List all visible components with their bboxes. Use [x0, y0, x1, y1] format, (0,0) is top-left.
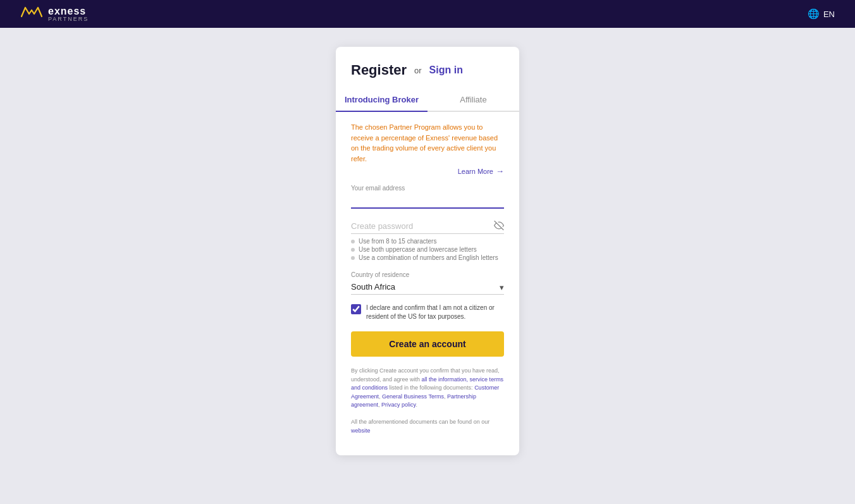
hint-label-1: Use from 8 to 15 characters — [359, 238, 436, 245]
create-account-button[interactable]: Create an account — [351, 331, 504, 357]
password-input-group: Use from 8 to 15 characters Use both upp… — [351, 219, 504, 261]
hint-1: Use from 8 to 15 characters — [351, 238, 504, 245]
password-input[interactable] — [351, 219, 504, 233]
hint-dot-3 — [351, 256, 355, 260]
password-hints: Use from 8 to 15 characters Use both upp… — [351, 238, 504, 261]
exness-logo-icon — [20, 5, 43, 23]
registration-tabs: Introducing Broker Affiliate — [336, 89, 519, 112]
country-select-wrapper: South Africa United Kingdom United State… — [351, 280, 504, 295]
register-card: Register or Sign in Introducing Broker A… — [336, 47, 519, 455]
email-input-group: Your email address — [351, 185, 504, 209]
footer-link-privacy[interactable]: Privacy policy — [381, 402, 415, 408]
us-declaration-label: I declare and confirm that I am not a ci… — [366, 304, 504, 321]
learn-more-link[interactable]: Learn More → — [351, 166, 504, 176]
footer-text-2: All the aforementioned documents can be … — [351, 418, 504, 435]
card-body: The chosen Partner Program allows you to… — [336, 112, 519, 435]
hint-dot-1 — [351, 240, 355, 243]
language-selector[interactable]: 🌐 EN — [808, 8, 835, 20]
password-input-wrapper — [351, 219, 504, 234]
footer-link-business[interactable]: General Business Terms — [382, 393, 444, 400]
us-declaration-checkbox[interactable] — [351, 304, 361, 314]
country-input-group: Country of residence South Africa United… — [351, 271, 504, 295]
top-navigation: exness PARTNERS 🌐 EN — [0, 0, 855, 28]
hint-3: Use a combination of numbers and English… — [351, 254, 504, 261]
hint-label-3: Use a combination of numbers and English… — [359, 254, 498, 261]
program-description: The chosen Partner Program allows you to… — [351, 122, 504, 164]
footer-link-website[interactable]: website — [351, 427, 371, 434]
us-declaration-row: I declare and confirm that I am not a ci… — [351, 304, 504, 321]
email-label: Your email address — [351, 185, 504, 192]
country-select[interactable]: South Africa United Kingdom United State… — [351, 280, 504, 294]
email-input-wrapper — [351, 193, 504, 209]
hint-dot-2 — [351, 248, 355, 252]
footer-disclaimer: By clicking Create account you confirm t… — [351, 367, 504, 435]
card-header: Register or Sign in — [336, 47, 519, 78]
language-label: EN — [823, 9, 835, 19]
eye-icon[interactable] — [494, 220, 504, 232]
card-title: Register — [351, 62, 407, 78]
logo-sub: PARTNERS — [48, 16, 89, 22]
logo-text-group: exness PARTNERS — [48, 6, 89, 22]
logo: exness PARTNERS — [20, 5, 89, 23]
arrow-right-icon: → — [496, 166, 504, 176]
country-label: Country of residence — [351, 271, 504, 278]
hint-label-2: Use both uppercase and lowercase letters — [359, 246, 477, 253]
main-content: Register or Sign in Introducing Broker A… — [0, 28, 855, 504]
footer-text-1: By clicking Create account you confirm t… — [351, 367, 504, 410]
sign-in-link[interactable]: Sign in — [429, 65, 463, 76]
hint-2: Use both uppercase and lowercase letters — [351, 246, 504, 253]
globe-icon: 🌐 — [808, 8, 820, 20]
tab-introducing-broker[interactable]: Introducing Broker — [336, 89, 428, 112]
learn-more-label: Learn More — [458, 168, 493, 175]
tab-affiliate[interactable]: Affiliate — [428, 89, 519, 112]
or-text: or — [414, 66, 422, 75]
logo-name: exness — [48, 6, 86, 16]
email-input[interactable] — [351, 193, 504, 207]
